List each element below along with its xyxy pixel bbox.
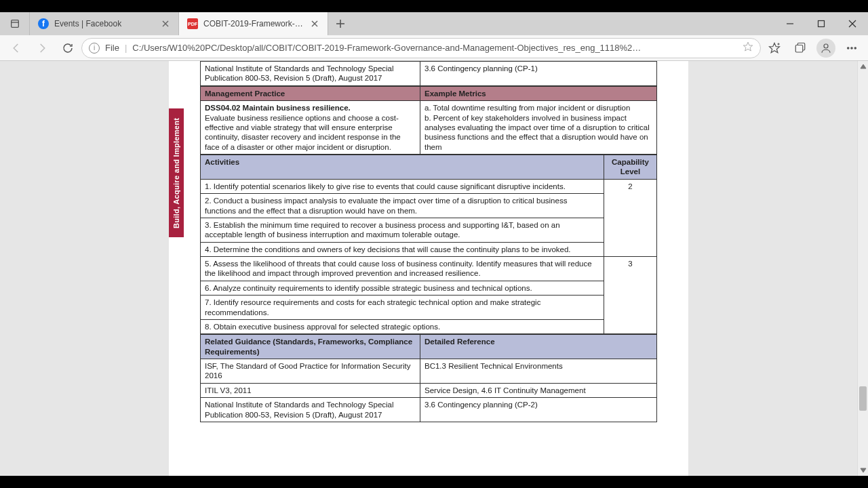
- svg-point-19: [851, 47, 852, 48]
- cell: Service Design, 4.6 IT Continuity Manage…: [420, 383, 657, 397]
- activity-row: 7. Identify resource requirements and co…: [201, 296, 604, 320]
- menu-button[interactable]: [840, 38, 864, 58]
- back-button[interactable]: [4, 38, 28, 58]
- tab-cobit-pdf[interactable]: PDF COBIT-2019-Framework-Govern: [179, 12, 328, 35]
- tab-actions-icon[interactable]: [0, 12, 30, 35]
- svg-marker-12: [743, 42, 752, 51]
- header-cell: Activities: [201, 155, 604, 180]
- address-bar[interactable]: i File | C:/Users/W10%20PC/Desktop/all/C…: [81, 38, 761, 58]
- browser-chrome: f Events | Facebook PDF COBIT-2019-Frame…: [0, 12, 868, 61]
- svg-marker-21: [861, 64, 866, 68]
- url-separator: |: [125, 43, 127, 53]
- refresh-button[interactable]: [56, 38, 80, 58]
- new-tab-button[interactable]: [328, 12, 353, 35]
- maximize-button[interactable]: [806, 12, 837, 35]
- window-controls: [774, 12, 868, 35]
- avatar-icon: [816, 39, 835, 58]
- cell: 3.6 Contingency planning (CP-2): [420, 398, 657, 422]
- svg-rect-9: [818, 21, 825, 27]
- metric-b: b. Percent of key stakeholders involved …: [425, 114, 650, 151]
- window-close-button[interactable]: [837, 12, 868, 35]
- vertical-scrollbar[interactable]: [857, 61, 868, 476]
- activity-row: 2. Conduct a business impact analysis to…: [201, 194, 604, 218]
- scrollbar-thumb[interactable]: [859, 386, 867, 411]
- cell: ITIL V3, 2011: [201, 383, 420, 397]
- svg-marker-13: [770, 43, 780, 52]
- forward-button[interactable]: [30, 38, 54, 58]
- header-cell: Related Guidance (Standards, Frameworks,…: [201, 335, 420, 359]
- svg-point-17: [824, 44, 828, 48]
- favorite-star-icon[interactable]: [743, 41, 753, 54]
- metric-a: a. Total downtime resulting from major i…: [425, 104, 630, 112]
- capability-cell: 3: [604, 257, 657, 334]
- facebook-icon: f: [38, 18, 49, 29]
- capability-cell: 2: [604, 179, 657, 256]
- activity-row: 3. Establish the minimum time required t…: [201, 218, 604, 242]
- practice-body: Evaluate business resilience options and…: [205, 114, 401, 151]
- close-icon[interactable]: [161, 19, 170, 28]
- collections-icon[interactable]: [788, 38, 812, 58]
- related-guidance-table: Related Guidance (Standards, Frameworks,…: [200, 334, 657, 422]
- profile-button[interactable]: [814, 38, 838, 58]
- tab-facebook[interactable]: f Events | Facebook: [30, 12, 179, 35]
- letterbox-top: [0, 0, 868, 12]
- header-cell: Detailed Reference: [420, 335, 657, 359]
- pdf-icon: PDF: [187, 18, 198, 29]
- activity-row: 6. Analyze continuity requirements to id…: [201, 281, 604, 295]
- cell: a. Total downtime resulting from major i…: [420, 101, 657, 155]
- cell: National Institute of Standards and Tech…: [201, 398, 420, 422]
- svg-marker-22: [861, 468, 866, 472]
- url-path: C:/Users/W10%20PC/Desktop/all/COBIT/COBI…: [132, 43, 737, 53]
- toolbar-right-icons: [762, 38, 864, 58]
- cell: National Institute of Standards and Tech…: [201, 62, 420, 86]
- site-info-icon[interactable]: i: [89, 43, 100, 54]
- letterbox-bottom: [0, 476, 868, 488]
- cell: 3.6 Contingency planning (CP-1): [420, 62, 657, 86]
- scrollbar-track[interactable]: [858, 72, 868, 465]
- top-guidance-fragment: National Institute of Standards and Tech…: [200, 61, 657, 86]
- svg-point-20: [854, 47, 856, 48]
- url-scheme: File: [105, 43, 119, 53]
- activities-table: Activities Capability Level 1. Identify …: [200, 155, 657, 334]
- activity-row: 8. Obtain executive business approval fo…: [201, 319, 604, 333]
- svg-rect-0: [11, 20, 18, 28]
- tab-label: COBIT-2019-Framework-Govern: [203, 19, 304, 28]
- favorites-icon[interactable]: [762, 38, 787, 58]
- activity-row: 5. Assess the likelihood of threats that…: [201, 257, 604, 281]
- toolbar: i File | C:/Users/W10%20PC/Desktop/all/C…: [0, 35, 868, 61]
- cell: ISF, The Standard of Good Practice for I…: [201, 359, 420, 384]
- practice-title: DSS04.02 Maintain business resilience.: [205, 104, 351, 112]
- tab-strip: f Events | Facebook PDF COBIT-2019-Frame…: [0, 12, 868, 35]
- header-cell: Management Practice: [201, 86, 420, 100]
- header-cell: Example Metrics: [420, 86, 657, 100]
- management-practice-table: Management Practice Example Metrics DSS0…: [200, 86, 657, 155]
- activity-row: 1. Identify potential scenarios likely t…: [201, 179, 604, 193]
- cell: DSS04.02 Maintain business resilience. E…: [201, 101, 420, 155]
- cell: BC1.3 Resilient Technical Environments: [420, 359, 657, 384]
- tab-label: Events | Facebook: [54, 19, 155, 28]
- scroll-up-button[interactable]: [858, 61, 868, 72]
- minimize-button[interactable]: [774, 12, 806, 35]
- document-area[interactable]: Build, Acquire and Implement National In…: [0, 61, 857, 476]
- svg-rect-16: [795, 45, 803, 52]
- header-cell: Capability Level: [604, 155, 657, 180]
- close-icon[interactable]: [310, 19, 319, 28]
- document-viewport: Build, Acquire and Implement National In…: [0, 61, 868, 476]
- scroll-down-button[interactable]: [858, 465, 868, 476]
- activity-row: 4. Determine the conditions and owners o…: [201, 242, 604, 256]
- pdf-page: Build, Acquire and Implement National In…: [169, 61, 688, 476]
- svg-point-18: [848, 47, 849, 48]
